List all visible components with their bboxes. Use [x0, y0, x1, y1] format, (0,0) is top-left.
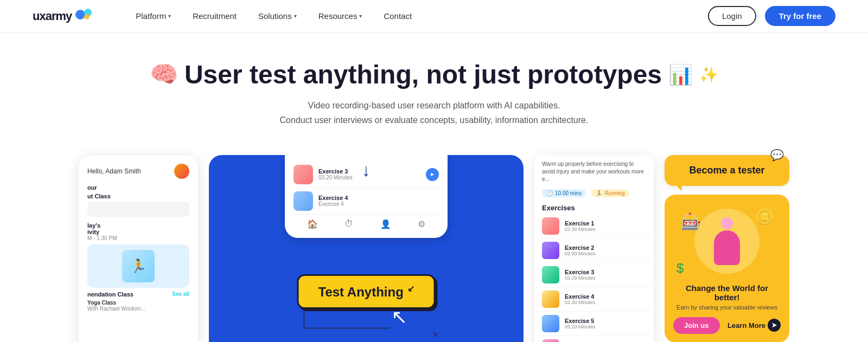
- card-illustration: 🎰 🪙 $: [673, 203, 781, 279]
- exercises-panel: Warm up properly before exercising to av…: [534, 155, 654, 342]
- exercise-list: Exercise 1 02.30 Minutes Exercise 2 02.0…: [534, 214, 654, 342]
- exercises-title: Exercises: [534, 199, 654, 214]
- svg-line-9: [691, 272, 697, 278]
- exercise-thumb-4: [542, 291, 559, 308]
- hero-subtitle: Video recording-based user research plat…: [11, 98, 857, 127]
- change-world-title: Change the World for better!: [673, 283, 781, 302]
- exercise-item-3: Exercise 3 03.29 Minutes: [534, 263, 654, 287]
- center-demo-inner: ↓ Exercise 3 03.20 Minutes ▶ Exercise 4 …: [209, 155, 524, 342]
- nav-solutions[interactable]: Solutions ▾: [258, 11, 297, 21]
- exercises-header: Warm up properly before exercising to av…: [534, 155, 654, 199]
- chevron-down-icon: ▾: [359, 13, 362, 19]
- try-for-free-button[interactable]: Try for free: [765, 6, 835, 26]
- exercise-item-6: Exercise 6 08.10 Minutes: [534, 336, 654, 342]
- badges-row: 🕐 10.00 mins 🏃 Running: [542, 188, 646, 197]
- cursor-underline: ↙: [407, 284, 414, 293]
- svg-point-2: [84, 14, 90, 20]
- yoga-class-item: Yoga Class With Rachael Wisdom...: [87, 300, 189, 312]
- nav-resources[interactable]: Resources ▾: [318, 11, 362, 21]
- workout-thumb-2: [293, 191, 313, 211]
- logo-icon: [75, 9, 92, 24]
- exercise-thumb-2: [542, 242, 559, 259]
- clock-icon: 🕐: [546, 190, 553, 196]
- learn-more-button[interactable]: Learn More ➤: [727, 319, 781, 332]
- hero-section: 🧠 User test anything, not just prototype…: [0, 33, 868, 144]
- hero-emoji-left: 🧠: [150, 61, 178, 87]
- phone-greeting: Hello, Adam Smith: [87, 164, 189, 179]
- activity-card: 🏃: [87, 244, 189, 288]
- exercise-item-4: Exercise 4 02.30 Minutes: [534, 287, 654, 312]
- chevron-down-icon: ▾: [168, 13, 171, 19]
- dollar-icon: $: [676, 261, 684, 276]
- nav-recruitment[interactable]: Recruitment: [193, 11, 237, 21]
- avatar: [174, 164, 189, 179]
- nav-contact[interactable]: Contact: [384, 11, 412, 21]
- nav-links: Platform ▾ Recruitment Solutions ▾ Resou…: [136, 11, 708, 21]
- card-actions: Join us Learn More ➤: [673, 317, 781, 334]
- phone-mockup-left: Hello, Adam Smith our ut Class lay's ivi…: [79, 155, 198, 342]
- logo-text: uxarmy: [33, 9, 72, 23]
- center-demo: ↓ Exercise 3 03.20 Minutes ▶ Exercise 4 …: [209, 155, 524, 342]
- navbar: uxarmy Platform ▾ Recruitment Solutions …: [0, 0, 868, 33]
- workout-thumb-1: [293, 165, 313, 184]
- change-world-card: 🎰 🪙 $ Change the World for better! Earn …: [665, 195, 789, 342]
- warm-up-text: Warm up properly before exercising to av…: [542, 160, 646, 183]
- workout-nav: 🏠 ⏱ 👤 ⚙: [293, 215, 439, 231]
- phone-activity-sublabel: ivity: [87, 229, 189, 235]
- phone-section-title-1: our: [87, 184, 189, 191]
- run-icon: 🏃: [596, 190, 602, 196]
- right-panel: Become a tester 💬: [665, 155, 789, 342]
- nav-actions: Login Try for free: [708, 6, 835, 26]
- down-arrow-icon: ↓: [362, 160, 371, 180]
- workout-info-2: Exercise 4 Exercise 4: [318, 195, 439, 207]
- hero-emoji-right: 📊: [668, 63, 693, 86]
- logo[interactable]: uxarmy: [33, 9, 92, 24]
- phone-search[interactable]: [87, 202, 189, 217]
- learn-more-arrow-icon: ➤: [768, 319, 781, 332]
- change-world-subtitle: Earn by sharing your valuable reviews: [673, 304, 781, 311]
- test-anything-button[interactable]: Test Anything ↙: [297, 274, 436, 309]
- exercise-item-1: Exercise 1 02.30 Minutes: [534, 214, 654, 238]
- hero-title: 🧠 User test anything, not just prototype…: [11, 60, 857, 89]
- person-figure: [714, 217, 740, 265]
- exercise-thumb-6: [542, 339, 559, 342]
- see-all-link[interactable]: See all: [172, 291, 189, 298]
- activity-card-image: 🏃: [122, 250, 155, 282]
- sparkle-icon: ✨: [699, 66, 718, 83]
- join-us-button[interactable]: Join us: [673, 317, 720, 334]
- money-bag-icon: 🎰: [681, 212, 701, 231]
- home-icon[interactable]: 🏠: [307, 219, 318, 229]
- workout-item-2: Exercise 4 Exercise 4: [293, 188, 439, 215]
- exercise-thumb-1: [542, 217, 559, 235]
- timer-icon[interactable]: ⏱: [344, 219, 353, 229]
- svg-line-11: [691, 205, 697, 211]
- exercise-item-5: Exercise 5 05.10 Minutes: [534, 312, 654, 336]
- person-icon[interactable]: 👤: [380, 219, 391, 229]
- phone-activity-label: lay's: [87, 222, 189, 229]
- running-badge: 🏃 Running: [591, 189, 629, 197]
- settings-icon[interactable]: ⚙: [418, 219, 425, 229]
- nav-platform[interactable]: Platform ▾: [136, 11, 171, 21]
- exercise-thumb-3: [542, 266, 559, 283]
- become-tester-card: Become a tester 💬: [665, 155, 789, 186]
- phone-section-title-2: ut Class: [87, 193, 189, 199]
- svg-point-0: [75, 10, 85, 20]
- phone-time: M - 1.30 PM: [87, 235, 189, 241]
- speech-bubble-decoration: 💬: [770, 149, 784, 162]
- exercise-item-2: Exercise 2 02.00 Minutes: [534, 238, 654, 263]
- coin-icon: 🪙: [756, 209, 773, 225]
- svg-line-7: [757, 272, 763, 278]
- time-badge: 🕐 10.00 mins: [542, 189, 586, 197]
- demo-section: Hello, Adam Smith our ut Class lay's ivi…: [0, 144, 868, 342]
- chevron-down-icon: ▾: [294, 13, 297, 19]
- play-button[interactable]: ▶: [426, 168, 439, 181]
- exercise-thumb-5: [542, 315, 559, 332]
- cursor-icon: ↖: [391, 306, 407, 328]
- login-button[interactable]: Login: [708, 6, 756, 26]
- recommendation-section: nendation Class See all: [87, 291, 189, 298]
